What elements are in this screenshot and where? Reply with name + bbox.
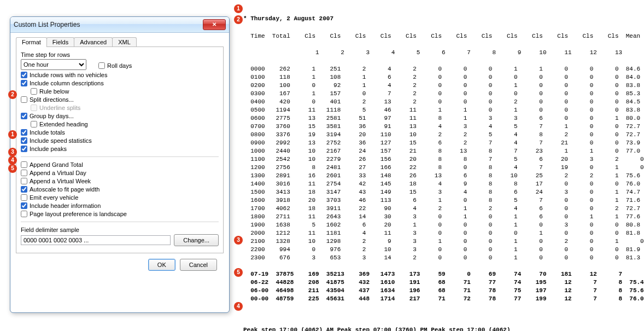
totals-row: 00-00 48759 225 45631 448 1714 217 71 72… bbox=[243, 295, 637, 303]
format-pane: Time step for rows One hour Roll days In… bbox=[16, 47, 224, 253]
annotation-marker-4-right: 4 bbox=[234, 302, 243, 311]
report-header-2: 1 2 3 4 5 6 7 8 9 10 11 12 13 85 bbox=[243, 49, 637, 57]
table-row: 1500 3413 18 3147 43 149 15 3 4 8 6 24 3… bbox=[243, 188, 637, 196]
field-delimiter-sample-input[interactable] bbox=[21, 235, 171, 245]
report-header-1: Time Total Cls Cls Cls Cls Cls Cls Cls C… bbox=[243, 32, 637, 40]
include-totals-checkbox[interactable] bbox=[21, 129, 27, 136]
table-row: 1600 3918 20 3703 46 113 6 1 0 8 5 7 0 0… bbox=[243, 196, 637, 205]
table-row: 0900 2992 13 2752 36 127 15 6 2 7 4 7 21… bbox=[243, 139, 637, 147]
custom-list-properties-dialog: Custom List Properties ✕ Format Fields A… bbox=[10, 16, 230, 313]
table-row: 1400 3016 11 2754 42 145 18 4 9 8 8 17 0… bbox=[243, 180, 637, 188]
dialog-buttons: OK Cancel bbox=[16, 259, 217, 271]
table-row: 0200 100 0 92 1 4 2 0 0 0 1 0 0 0 0 83.8… bbox=[243, 82, 637, 90]
separator bbox=[21, 156, 219, 157]
table-row: 2100 1328 10 1298 2 9 3 1 0 0 1 0 2 0 1 … bbox=[243, 237, 637, 246]
table-row: 1200 2756 8 2481 27 166 22 8 0 8 4 7 19 … bbox=[243, 164, 637, 172]
close-button[interactable]: ✕ bbox=[203, 19, 226, 30]
split-directions-checkbox[interactable] bbox=[21, 96, 27, 103]
include-rows-no-vehicles-checkbox[interactable] bbox=[21, 72, 27, 78]
table-row: 2000 1212 11 1181 4 11 3 0 0 0 0 1 0 0 0… bbox=[243, 229, 637, 237]
table-row: 1300 2891 16 2601 33 148 26 13 6 8 10 25… bbox=[243, 172, 637, 180]
totals-row: 06-00 46498 211 43504 437 1634 196 68 71… bbox=[243, 287, 637, 295]
ok-button[interactable]: OK bbox=[148, 259, 175, 271]
annotation-marker-1: 1 bbox=[234, 4, 243, 13]
dialog-title: Custom List Properties bbox=[14, 21, 203, 28]
report-stats-host: Peak step 17:00 (4062) AM Peak step 07:0… bbox=[243, 326, 637, 331]
table-row: 0600 2775 13 2581 51 97 11 8 1 3 3 6 0 0… bbox=[243, 114, 637, 123]
annotation-marker-3-left: 3 bbox=[8, 148, 17, 156]
separator-2 bbox=[21, 222, 219, 222]
annotation-marker-2: 2 bbox=[234, 15, 243, 24]
annotation-marker-5-right: 5 bbox=[234, 268, 243, 277]
report-output: * Thursday, 2 August 2007 Time Total Cls… bbox=[243, 7, 637, 331]
table-row: 0100 118 1 108 1 6 2 0 0 0 0 0 0 0 0 84.… bbox=[243, 73, 637, 82]
tab-fields[interactable]: Fields bbox=[46, 37, 74, 47]
autoscale-checkbox[interactable] bbox=[21, 186, 27, 193]
include-peaks-checkbox[interactable] bbox=[21, 146, 27, 152]
change-button[interactable]: Change... bbox=[174, 234, 219, 246]
table-row: 1100 2542 10 2279 26 156 20 8 8 7 5 6 20… bbox=[243, 155, 637, 164]
table-row: 1800 2711 11 2643 14 30 3 0 1 0 1 6 0 1 … bbox=[243, 213, 637, 221]
tab-format[interactable]: Format bbox=[16, 37, 47, 47]
tabstrip: Format Fields Advanced XML bbox=[16, 37, 224, 47]
close-icon: ✕ bbox=[212, 22, 216, 27]
annotation-marker-4-left: 4 bbox=[8, 156, 17, 165]
underline-splits-checkbox bbox=[31, 104, 37, 111]
totals-row: 06-22 44828 208 41875 432 1610 191 68 71… bbox=[243, 278, 637, 287]
table-row: 1900 1638 5 1602 6 20 1 0 0 0 1 0 3 0 0 … bbox=[243, 221, 637, 229]
table-row: 1700 4062 18 3911 22 90 4 2 1 2 4 6 0 0 … bbox=[243, 205, 637, 213]
append-virtual-week-checkbox[interactable] bbox=[21, 178, 27, 184]
time-step-select[interactable]: One hour bbox=[21, 59, 86, 70]
report-heading: * Thursday, 2 August 2007 bbox=[243, 15, 637, 23]
extended-heading-checkbox[interactable] bbox=[31, 121, 37, 127]
table-row: 0800 3376 19 3194 20 110 10 2 2 5 4 8 2 … bbox=[243, 131, 637, 139]
include-header-info-checkbox[interactable] bbox=[21, 202, 27, 209]
report-rows-host: 0000 262 1 251 2 4 2 0 0 0 1 1 0 0 0 84.… bbox=[243, 65, 637, 262]
roll-days-checkbox[interactable] bbox=[98, 62, 105, 69]
annotation-marker-2-left: 2 bbox=[8, 90, 17, 99]
include-speed-checkbox[interactable] bbox=[21, 137, 27, 144]
table-row: 0700 3760 15 3581 36 91 13 4 3 4 5 7 1 0… bbox=[243, 123, 637, 131]
append-grand-total-checkbox[interactable] bbox=[21, 161, 27, 168]
stats-line: Peak step 17:00 (4062) AM Peak step 07:0… bbox=[243, 326, 637, 331]
titlebar[interactable]: Custom List Properties ✕ bbox=[10, 17, 229, 33]
rule-below-checkbox[interactable] bbox=[31, 88, 37, 95]
tab-xml[interactable]: XML bbox=[112, 37, 137, 47]
tab-advanced[interactable]: Advanced bbox=[74, 37, 113, 47]
roll-days-label: Roll days bbox=[107, 62, 132, 69]
annotation-marker-3-right: 3 bbox=[234, 236, 243, 245]
field-delimiter-sample-label: Field delimiter sample bbox=[21, 227, 219, 233]
table-row: 1000 2440 10 2167 24 157 21 8 13 8 7 23 … bbox=[243, 147, 637, 155]
emit-every-vehicle-checkbox[interactable] bbox=[21, 194, 27, 201]
table-row: 2200 994 0 976 2 10 3 0 0 0 1 0 0 0 0 81… bbox=[243, 246, 637, 254]
page-landscape-checkbox[interactable] bbox=[21, 211, 27, 217]
cancel-button[interactable]: Cancel bbox=[180, 259, 217, 271]
table-row: 0300 167 1 157 0 7 2 0 0 0 0 0 0 0 0 85.… bbox=[243, 90, 637, 98]
table-row: 0400 420 0 401 2 13 2 0 0 0 2 0 0 0 0 84… bbox=[243, 98, 637, 106]
table-row: 2300 676 3 653 3 14 2 0 0 0 1 0 0 0 0 81… bbox=[243, 254, 637, 262]
table-row: 0000 262 1 251 2 4 2 0 0 0 1 1 0 0 0 84.… bbox=[243, 65, 637, 73]
annotation-marker-5-left: 5 bbox=[8, 164, 17, 173]
table-row: 0500 1194 11 1118 5 46 11 1 1 0 1 0 0 0 … bbox=[243, 106, 637, 114]
totals-row: 07-19 37875 169 35213 369 1473 173 59 0 … bbox=[243, 270, 637, 278]
report-totals-host: 07-19 37875 169 35213 369 1473 173 59 0 … bbox=[243, 270, 637, 303]
annotation-marker-1-left: 1 bbox=[8, 130, 17, 139]
group-by-days-checkbox[interactable] bbox=[21, 113, 27, 119]
include-column-desc-checkbox[interactable] bbox=[21, 80, 27, 86]
dialog-body: Format Fields Advanced XML Time step for… bbox=[10, 33, 229, 284]
append-virtual-day-checkbox[interactable] bbox=[21, 170, 27, 176]
time-step-label: Time step for rows bbox=[21, 51, 219, 58]
